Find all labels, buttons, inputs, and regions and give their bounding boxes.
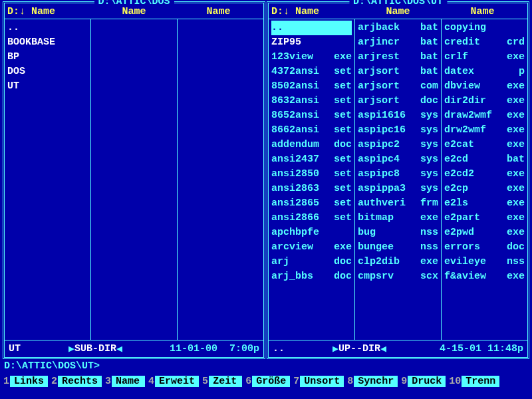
function-key-bar: 1Links2Rechts3Name4Erweit5Zeit6Größe7Uns… — [0, 374, 532, 390]
dir-entry[interactable]: UT — [7, 79, 88, 94]
file-ext: exe — [420, 211, 438, 225]
fkey-number: 7 — [293, 376, 300, 387]
file-entry[interactable]: aspipc4sys — [358, 152, 438, 167]
file-entry[interactable]: arjrestbat — [358, 50, 438, 65]
file-entry[interactable]: ansi2866set — [271, 211, 352, 225]
file-ext: sys — [420, 108, 438, 123]
file-entry[interactable]: creditcrd — [444, 35, 525, 50]
file-entry[interactable]: apchbpfe — [271, 225, 352, 240]
fkey-2[interactable]: 2Rechts — [51, 374, 102, 388]
file-entry[interactable]: arjincrbat — [358, 35, 438, 50]
file-entry[interactable]: 8652ansiset — [271, 108, 352, 123]
dir-entry[interactable]: .. — [271, 21, 352, 35]
col-header-name[interactable]: Name — [92, 6, 176, 17]
file-entry[interactable]: dir2direxe — [444, 94, 525, 108]
file-entry[interactable]: e2cd2exe — [444, 167, 525, 182]
file-entry[interactable]: 8502ansiset — [271, 79, 352, 94]
file-name: arjincr — [358, 35, 400, 50]
dir-entry[interactable]: BP — [7, 50, 88, 65]
file-entry[interactable]: arjbackbat — [358, 21, 438, 35]
fkey-6[interactable]: 6Größe — [245, 374, 290, 388]
file-name: BOOKBASE — [7, 35, 55, 50]
sort-indicator[interactable]: D:↓ — [7, 6, 31, 17]
dir-entry[interactable]: BOOKBASE — [7, 35, 88, 50]
file-entry[interactable]: aspipc8sys — [358, 167, 438, 182]
file-entry[interactable]: copying — [444, 21, 525, 35]
file-ext: set — [334, 65, 352, 79]
fkey-9[interactable]: 9Druck — [400, 374, 446, 388]
dir-entry[interactable]: .. — [7, 21, 88, 35]
file-entry[interactable]: f&aviewexe — [444, 269, 525, 284]
file-ext: set — [334, 94, 352, 108]
col-header-name[interactable]: Name — [295, 6, 319, 17]
file-ext: crd — [507, 35, 525, 50]
file-entry[interactable]: draw2wmfexe — [444, 108, 525, 123]
file-entry[interactable]: cmpsrvscx — [358, 269, 438, 284]
file-entry[interactable]: crlfexe — [444, 50, 525, 65]
file-entry[interactable]: arjsortcom — [358, 79, 438, 94]
file-entry[interactable]: bitmapexe — [358, 211, 438, 225]
file-entry[interactable]: bugnss — [358, 225, 438, 240]
file-name: evileye — [444, 255, 486, 269]
file-entry[interactable]: ansi2437set — [271, 152, 352, 167]
col-header-name[interactable]: Name — [356, 6, 440, 17]
file-entry[interactable]: errorsdoc — [444, 240, 525, 255]
file-ext: set — [334, 196, 352, 211]
file-entry[interactable]: 8632ansiset — [271, 94, 352, 108]
file-entry[interactable]: drw2wmfexe — [444, 123, 525, 138]
file-entry[interactable]: aspi1616sys — [358, 108, 438, 123]
file-entry[interactable]: evileyenss — [444, 255, 525, 269]
file-entry[interactable]: arcviewexe — [271, 240, 352, 255]
file-ext: sys — [420, 138, 438, 152]
file-entry[interactable]: e2partexe — [444, 211, 525, 225]
file-entry[interactable]: arjsortdoc — [358, 94, 438, 108]
file-entry[interactable]: addendumdoc — [271, 138, 352, 152]
file-entry[interactable]: aspipc16sys — [358, 123, 438, 138]
fkey-3[interactable]: 3Name — [104, 374, 145, 388]
file-entry[interactable]: datexp — [444, 65, 525, 79]
file-entry[interactable]: e2catexe — [444, 138, 525, 152]
file-entry[interactable]: dbviewexe — [444, 79, 525, 94]
file-entry[interactable]: authverifrm — [358, 196, 438, 211]
fkey-5[interactable]: 5Zeit — [201, 374, 242, 388]
file-name: e2cd2 — [444, 167, 474, 182]
file-entry[interactable]: ansi2863set — [271, 182, 352, 196]
left-file-list: ..BOOKBASEBPDOSUT — [5, 19, 263, 340]
file-entry[interactable]: e2cdbat — [444, 152, 525, 167]
sort-indicator[interactable]: D:↓ — [271, 6, 295, 17]
file-entry[interactable]: ansi2865set — [271, 196, 352, 211]
footer-date: 11-01-00 — [170, 343, 217, 354]
file-entry[interactable]: aspippa3sys — [358, 182, 438, 196]
file-entry[interactable]: 4372ansiset — [271, 65, 352, 79]
col-header-name[interactable]: Name — [440, 6, 525, 17]
file-ext: bat — [420, 50, 438, 65]
file-entry[interactable]: bungeenss — [358, 240, 438, 255]
file-ext: set — [334, 152, 352, 167]
left-panel: D:\ATTIC\DOS D:↓ Name Name Name ..BOOKBA… — [3, 1, 265, 359]
file-entry[interactable]: aspipc2sys — [358, 138, 438, 152]
file-ext: exe — [507, 123, 525, 138]
file-entry[interactable]: clp2dibexe — [358, 255, 438, 269]
fkey-8[interactable]: 8Synchr — [346, 374, 398, 388]
file-entry[interactable]: e2lsexe — [444, 196, 525, 211]
file-entry[interactable]: 123viewexe — [271, 50, 352, 65]
fkey-10[interactable]: 10Trenn — [448, 374, 499, 388]
file-entry[interactable]: arjsortbat — [358, 65, 438, 79]
file-name: arjback — [358, 21, 400, 35]
command-line[interactable]: D:\ATTIC\DOS\UT> — [0, 359, 532, 374]
fkey-label: Rechts — [58, 376, 102, 387]
fkey-1[interactable]: 1Links — [3, 374, 48, 388]
file-entry[interactable]: arjdoc — [271, 255, 352, 269]
file-entry[interactable]: e2pwdexe — [444, 225, 525, 240]
file-entry[interactable]: 8662ansiset — [271, 123, 352, 138]
dir-entry[interactable]: DOS — [7, 65, 88, 79]
col-header-name[interactable]: Name — [31, 6, 55, 17]
file-entry[interactable]: e2cpexe — [444, 182, 525, 196]
file-entry[interactable]: ansi2850set — [271, 167, 352, 182]
col-header-name[interactable]: Name — [176, 6, 261, 17]
file-entry[interactable]: arj_bbsdoc — [271, 269, 352, 284]
fkey-7[interactable]: 7Unsort — [293, 374, 344, 388]
file-ext: exe — [334, 50, 352, 65]
dir-entry[interactable]: ZIP95 — [271, 35, 352, 50]
fkey-4[interactable]: 4Erweit — [148, 374, 199, 388]
